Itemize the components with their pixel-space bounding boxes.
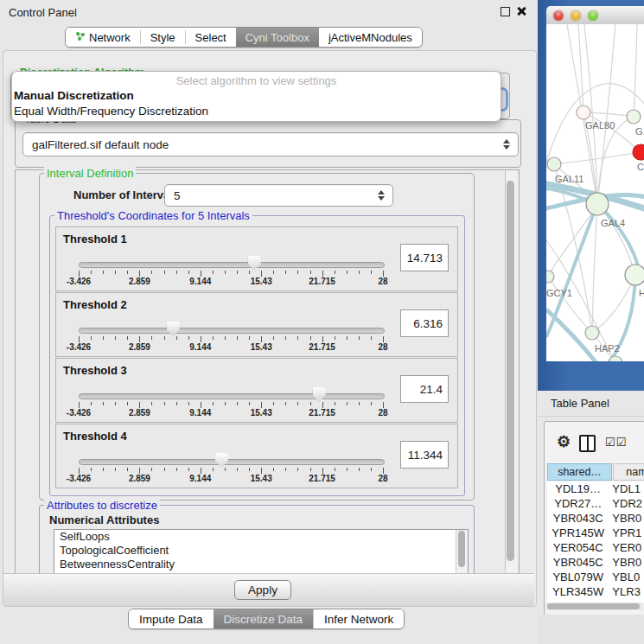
table-scrollbar-thumb[interactable] [547,603,640,609]
mac-close-icon[interactable] [553,10,564,21]
slider-tick [249,402,250,405]
table-cell-name: YDL1 [609,481,644,496]
tab-impute-data[interactable]: Impute Data [129,609,214,628]
network-node-HAP2[interactable] [585,326,599,340]
threshold-value-field[interactable]: 21.4 [400,375,449,403]
slider-tick [285,402,286,405]
tab-label: jActiveMNodules [328,31,412,44]
slider-tick [297,336,298,340]
network-edge[interactable] [592,204,597,333]
table-row[interactable]: YBR043CYBR0 [547,511,644,526]
slider-tick [297,271,298,274]
network-window-titlebar[interactable] [546,6,644,25]
table-row[interactable]: YLR345WYLR3 [547,584,644,599]
slider-thumb[interactable] [167,322,180,336]
table-row[interactable]: YER054CYER0 [547,540,644,555]
table-cell-shared: YDL19… [547,481,609,496]
mac-minimize-icon[interactable] [571,10,581,21]
slider-tick [103,402,104,405]
slider-tick [201,336,201,342]
network-node-GAL4[interactable] [586,193,609,215]
slider-tick [127,468,128,471]
apply-button[interactable]: Apply [234,580,291,600]
numerical-attributes-list[interactable]: SelfLoopsTopologicalCoefficientBetweenne… [54,529,469,574]
tab-select[interactable]: Select [186,28,236,47]
table-row[interactable]: YBL079WYBL0 [547,570,644,584]
threshold-value-field[interactable]: 14.713 [400,244,449,271]
algorithm-option[interactable]: Equal Width/Frequency Discretization [14,105,498,118]
slider-tick [322,271,323,277]
slider-tick [79,468,80,474]
slider-tick-label: 2.859 [129,342,150,352]
tab-label: Cyni Toolbox [245,31,309,44]
slider-track[interactable] [79,393,385,399]
network-edge[interactable] [634,24,637,117]
network-view[interactable]: GAL80G.CGAL11GAL4GCY1HHAP2 [546,24,644,361]
slider-tick [127,336,128,340]
attribute-list-item[interactable]: BetweennessCentrality [54,558,468,571]
table-data-combo[interactable]: galFiltered.sif default node [22,132,519,156]
table-row[interactable]: YPR145WYPR1 [547,526,644,540]
slider-tick [273,468,274,471]
table-row[interactable]: YDL19…YDL1 [547,481,644,496]
columns-icon[interactable] [579,435,596,452]
network-node-C[interactable] [633,144,644,160]
slider-track[interactable] [79,459,385,465]
checkboxes-icon[interactable]: ☑☑ [605,436,627,449]
mac-zoom-icon[interactable] [588,10,598,21]
tab-infer-network[interactable]: Infer Network [313,609,404,628]
threshold-value-field[interactable]: 6.316 [400,309,449,337]
slider-track[interactable] [79,328,385,334]
tab-network[interactable]: Network [66,28,140,47]
tab-style[interactable]: Style [141,28,185,47]
network-node-GCY1[interactable] [546,271,554,283]
slider-tick [127,271,128,274]
slider-tick [91,271,92,274]
slider-tick [371,271,372,274]
network-edge[interactable] [597,204,635,275]
float-window-icon[interactable] [501,7,510,16]
slider-tick [139,402,140,408]
network-node-GAL80[interactable] [577,105,590,119]
gear-icon[interactable]: ⚙ [557,432,571,451]
threshold-row: Threshold 1-3.4262.8599.14415.4321.71528… [55,226,458,291]
number-of-intervals-combo[interactable]: 5 [164,184,393,207]
slider-thumb[interactable] [313,387,326,402]
slider-tick [225,271,226,274]
table-cell-name: YBL0 [609,570,644,584]
tab-label: Network [89,31,131,44]
tab-cyni-toolbox[interactable]: Cyni Toolbox [236,28,319,47]
tab-discretize-data[interactable]: Discretize Data [214,609,314,628]
attributes-list-scrollbar[interactable] [456,530,468,573]
slider-tick [237,402,238,405]
attribute-list-item[interactable]: TopologicalCoefficient [54,544,468,558]
attribute-list-item[interactable]: SelfLoops [54,530,468,544]
slider-tick [347,336,348,340]
slider-tick [383,271,384,277]
slider-thumb[interactable] [248,256,261,271]
network-node-H[interactable] [625,265,644,285]
slider-tick-label: 28 [378,342,387,352]
tab-jactivemnodules[interactable]: jActiveMNodules [319,28,422,47]
network-edge[interactable] [578,24,583,112]
slider-tick [273,271,274,274]
network-node-GAL11[interactable] [547,157,561,171]
slider-track[interactable] [79,262,385,268]
algorithm-option[interactable]: Manual Discretization [14,89,498,102]
panel-scrollbar-thumb[interactable] [507,181,514,561]
slider-tick [335,336,335,340]
threshold-value-field[interactable]: 11.344 [400,441,449,469]
slider-tick-label: 21.715 [309,342,335,352]
slider-tick-label: 2.859 [129,474,150,483]
slider-tick [310,336,311,340]
network-node-G[interactable] [627,110,641,124]
table-row[interactable]: YBR045CYBR0 [547,555,644,570]
table-row[interactable]: YDR27…YDR2 [547,496,644,511]
table-header-shared[interactable]: shared… [547,463,612,481]
slider-tick [91,468,92,471]
network-edge[interactable] [554,152,641,164]
table-header-name[interactable]: name [613,463,644,481]
close-icon[interactable] [516,6,526,16]
slider-thumb[interactable] [215,453,228,468]
table-cell-shared: YER054C [547,540,609,555]
